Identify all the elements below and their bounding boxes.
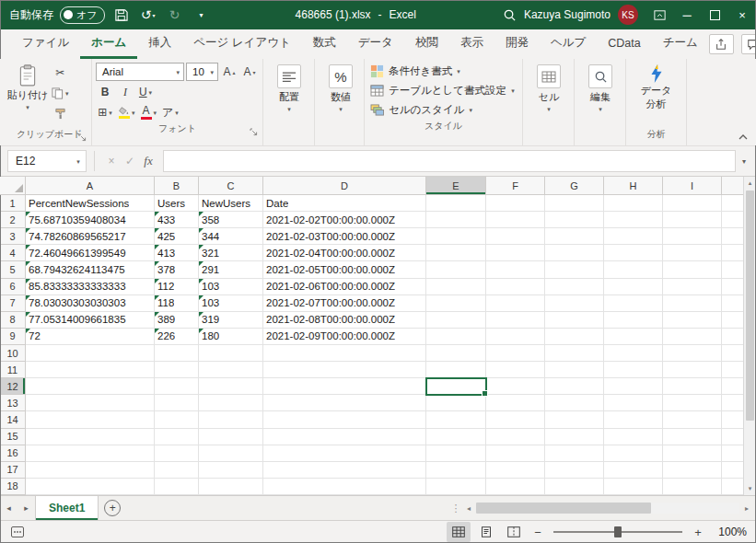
- cell-E14[interactable]: [426, 411, 486, 428]
- cell-A9[interactable]: 72: [26, 329, 155, 345]
- cell-F7[interactable]: [486, 295, 545, 312]
- row-header-16[interactable]: 16: [0, 445, 26, 462]
- cell-C7[interactable]: 103: [199, 295, 263, 312]
- column-header-E[interactable]: E: [426, 177, 486, 195]
- cell-G11[interactable]: [545, 362, 604, 378]
- cell-D8[interactable]: 2021-02-08T00:00:00.000Z: [263, 312, 426, 329]
- cell-D3[interactable]: 2021-02-03T00:00:00.000Z: [263, 228, 426, 245]
- vscroll-thumb[interactable]: [746, 191, 754, 421]
- font-size-select[interactable]: 10 ▾: [186, 63, 218, 81]
- row-header-8[interactable]: 8: [0, 312, 26, 329]
- cell-C9[interactable]: 180: [199, 329, 263, 345]
- cell-I18[interactable]: [663, 479, 722, 495]
- fill-handle[interactable]: [482, 390, 488, 397]
- bold-button[interactable]: B: [96, 83, 114, 101]
- cell-G8[interactable]: [545, 312, 604, 329]
- cell-B2[interactable]: 433: [155, 212, 199, 228]
- cell-D17[interactable]: [263, 462, 426, 479]
- cell-C6[interactable]: 103: [199, 279, 263, 295]
- cell-H2[interactable]: [604, 212, 663, 228]
- row-header-4[interactable]: 4: [0, 245, 26, 261]
- cell-C14[interactable]: [199, 411, 263, 428]
- cell-D5[interactable]: 2021-02-05T00:00:00.000Z: [263, 261, 426, 278]
- cell-C3[interactable]: 344: [199, 228, 263, 245]
- search-button[interactable]: [500, 0, 520, 29]
- cell-F1[interactable]: [486, 195, 545, 212]
- next-sheet-button[interactable]: ▸: [17, 496, 35, 520]
- cell-A7[interactable]: 78.03030303030303: [26, 295, 155, 312]
- vscroll-track[interactable]: [744, 422, 756, 482]
- font-name-select[interactable]: Arial ▾: [96, 63, 184, 81]
- alignment-button[interactable]: 配置 ▾: [267, 62, 311, 112]
- row-header-7[interactable]: 7: [0, 295, 26, 312]
- cell-G2[interactable]: [545, 212, 604, 228]
- zoom-in-button[interactable]: +: [690, 522, 706, 542]
- cell-I2[interactable]: [663, 212, 722, 228]
- row-header-18[interactable]: 18: [0, 479, 26, 495]
- zoom-out-button[interactable]: −: [529, 522, 546, 542]
- cell-I12[interactable]: [663, 378, 722, 395]
- view-page-layout-button[interactable]: [474, 522, 498, 542]
- cell-E2[interactable]: [426, 212, 486, 228]
- select-all-button[interactable]: [0, 177, 26, 195]
- cell-I5[interactable]: [663, 261, 722, 278]
- column-header-D[interactable]: D: [263, 177, 426, 195]
- cell-E17[interactable]: [426, 462, 486, 479]
- cell-G15[interactable]: [545, 429, 604, 445]
- new-sheet-button[interactable]: +: [99, 496, 126, 520]
- cell-F13[interactable]: [486, 395, 545, 411]
- cell-A5[interactable]: 68.79432624113475: [26, 261, 155, 278]
- cell-G4[interactable]: [545, 245, 604, 261]
- cell-F17[interactable]: [486, 462, 545, 479]
- cell-I14[interactable]: [663, 411, 722, 428]
- cell-E1[interactable]: [426, 195, 486, 212]
- formula-input[interactable]: [163, 150, 736, 172]
- paste-button[interactable]: 貼り付け ▾: [6, 62, 50, 110]
- cell-A4[interactable]: 72.46049661399549: [26, 245, 155, 261]
- cell-H13[interactable]: [604, 395, 663, 411]
- row-header-3[interactable]: 3: [0, 228, 26, 245]
- cell-B12[interactable]: [155, 378, 199, 395]
- cell-D10[interactable]: [263, 345, 426, 362]
- zoom-slider-thumb[interactable]: [614, 526, 622, 537]
- redo-button[interactable]: ↻: [165, 0, 185, 29]
- scroll-down-button[interactable]: ▾: [744, 482, 756, 495]
- cell-B3[interactable]: 425: [155, 228, 199, 245]
- row-header-1[interactable]: 1: [0, 195, 26, 212]
- cell-D4[interactable]: 2021-02-04T00:00:00.000Z: [263, 245, 426, 261]
- cell-B6[interactable]: 112: [155, 279, 199, 295]
- tab-home[interactable]: ホーム: [80, 29, 137, 59]
- cell-C8[interactable]: 319: [199, 312, 263, 329]
- tab-page-layout[interactable]: ページ レイアウト: [182, 29, 302, 59]
- tab-help[interactable]: ヘルプ: [540, 29, 597, 59]
- close-button[interactable]: ×: [728, 0, 756, 29]
- cell-F9[interactable]: [486, 329, 545, 345]
- tab-view[interactable]: 表示: [449, 29, 494, 59]
- cell-G14[interactable]: [545, 411, 604, 428]
- cell-A8[interactable]: 77.05314009661835: [26, 312, 155, 329]
- clipboard-dialog-launcher-icon[interactable]: [78, 133, 87, 142]
- cell-D14[interactable]: [263, 411, 426, 428]
- maximize-button[interactable]: [701, 0, 728, 29]
- cell-D6[interactable]: 2021-02-06T00:00:00.000Z: [263, 279, 426, 295]
- cell-C2[interactable]: 358: [199, 212, 263, 228]
- row-header-17[interactable]: 17: [0, 462, 26, 479]
- cell-H7[interactable]: [604, 295, 663, 312]
- fill-color-button[interactable]: ▾: [116, 103, 137, 121]
- column-header-G[interactable]: G: [545, 177, 604, 195]
- cell-I11[interactable]: [663, 362, 722, 378]
- cell-H9[interactable]: [604, 329, 663, 345]
- cell-B10[interactable]: [155, 345, 199, 362]
- cell-G18[interactable]: [545, 479, 604, 495]
- cell-C15[interactable]: [199, 429, 263, 445]
- cell-B4[interactable]: 413: [155, 245, 199, 261]
- cell-B14[interactable]: [155, 411, 199, 428]
- row-header-15[interactable]: 15: [0, 429, 26, 445]
- cell-H18[interactable]: [604, 479, 663, 495]
- underline-button[interactable]: U ▾: [136, 83, 155, 101]
- column-header-B[interactable]: B: [155, 177, 199, 195]
- cell-D9[interactable]: 2021-02-09T00:00:00.000Z: [263, 329, 426, 345]
- cell-D11[interactable]: [263, 362, 426, 378]
- cell-I3[interactable]: [663, 228, 722, 245]
- cell-C5[interactable]: 291: [199, 261, 263, 278]
